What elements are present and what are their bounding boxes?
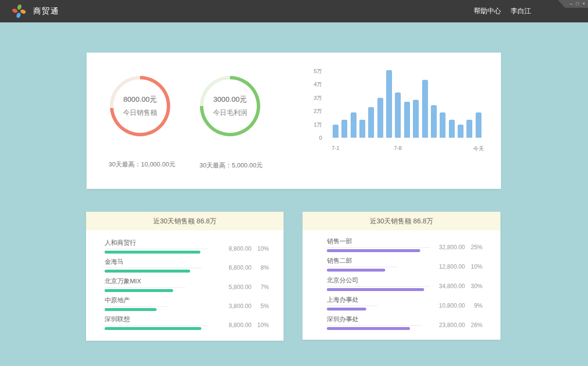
rank-row-divider [105,268,202,268]
rank-row-value: 12,800.0010% [425,263,482,271]
y-axis-tick-label: 0 [298,134,322,141]
x-axis-tick-label: 今天 [464,145,493,152]
rank-row-bar [105,251,200,254]
minimize-button[interactable]: – [570,0,573,8]
trend-bar [466,120,472,138]
rank-row-amount: 5,800.00 [212,283,251,291]
rank-row-divider [327,286,430,287]
y-axis-tick-label: 3万 [298,94,322,101]
rank-row: 深圳联想8,800.0010% [105,315,284,334]
rank-row-value: 32,800.0025% [425,243,482,251]
rank-row: 深圳办事处23,800.0026% [327,315,500,334]
rank-row-name: 金海马 [105,258,124,266]
trend-bar [395,92,401,138]
rank-row-value: 6,800.008% [212,264,269,272]
rank-row-value: 8,800.0010% [212,245,269,253]
window-controls: – □ × [558,0,588,8]
rank-row: 人和商贸行8,800.0010% [105,239,284,257]
rank-row-bar [327,288,424,291]
rank-row-amount: 32,800.00 [425,243,465,251]
y-axis-tick-label: 5万 [298,68,322,74]
rank-row-amount: 23,800.00 [425,321,465,329]
rank-row-percent: 9% [465,302,482,310]
rank-row-value: 3,800.005% [212,302,269,310]
rank-row-percent: 25% [465,243,482,251]
rank-row-value: 5,800.007% [212,283,269,291]
rank-row-percent: 7% [251,283,269,291]
rank-row-divider [327,325,422,326]
rank-row-bar [105,308,157,311]
rank-row-value: 8,800.0010% [212,321,269,329]
department-sales-rank-card: 近30天销售额 86.8万 销售一部32,800.0025%销售二部12,800… [303,212,500,340]
rank-row-amount: 3,800.00 [212,302,251,310]
rank-row-bar [327,269,385,272]
rank-row-name: 北京万象MIX [105,277,141,285]
y-axis-tick-label: 2万 [298,108,322,114]
rank-row-value: 10,800.009% [425,302,482,310]
rank-row-bar [327,308,366,311]
rank-row-amount: 6,800.00 [212,264,251,272]
rank-row-name: 人和商贸行 [105,239,136,247]
rank-row-amount: 8,800.00 [212,321,251,329]
y-axis-tick-label: 4万 [298,81,322,88]
app-window: 商贸通 帮助中心 李白江 – □ × 8000.00元 今日销售额 30天最高：… [0,0,588,366]
trend-bar [386,70,392,138]
y-axis-tick-label: 1万 [298,121,322,128]
rank-row-value: 34,800.0030% [425,282,482,290]
rank-row: 北京万象MIX5,800.007% [105,277,284,296]
trend-bar [440,112,445,138]
rank-row-bar [105,270,190,273]
sales-trend-chart: 01万2万3万4万5万7-17-8今天 [87,53,501,189]
trend-bar [431,105,437,138]
rank-row-divider [327,247,430,248]
trend-bar [341,120,347,138]
trend-bar [404,102,410,138]
rank-row-name: 深圳联想 [105,315,130,323]
rank-row: 金海马6,800.008% [105,258,284,276]
rank-row-bar [327,327,410,330]
rank-row-bar [105,289,173,292]
x-axis-tick-label: 7-8 [383,145,412,151]
rank-row-divider [327,267,397,267]
rank-row: 上海办事处10,800.009% [327,296,500,314]
close-button[interactable]: × [582,0,585,8]
rank-row-divider [105,249,208,249]
rank-row-amount: 8,800.00 [212,245,251,253]
rank-row-divider [105,306,169,307]
customer-rank-list: 人和商贸行8,800.0010%金海马6,800.008%北京万象MIX5,80… [86,230,284,341]
help-center-link[interactable]: 帮助中心 [474,7,501,16]
rank-row-percent: 10% [251,321,269,329]
username-link[interactable]: 李白江 [511,7,531,16]
trend-bar [333,125,339,138]
titlebar: 商贸通 帮助中心 李白江 – □ × [0,0,588,22]
x-axis-tick-label: 7-1 [321,145,350,151]
rank-row-percent: 10% [465,263,482,271]
rank-row-amount: 34,800.00 [425,282,465,290]
overview-card: 8000.00元 今日销售额 30天最高：10,000.00元 3000.00元… [87,53,501,189]
rank-row: 北京分公司34,800.0030% [327,276,500,295]
department-rank-title: 近30天销售额 86.8万 [303,212,500,230]
rank-row-name: 中原地产 [105,296,130,304]
trend-bar [458,125,463,138]
trend-bar [422,80,428,138]
trend-bar [449,120,455,138]
rank-row-percent: 5% [251,302,269,310]
rank-row-amount: 12,800.00 [425,263,465,271]
maximize-button[interactable]: □ [576,0,579,8]
topbar-menu: 帮助中心 李白江 [474,0,531,22]
rank-row-divider [327,306,378,306]
rank-row-name: 销售一部 [327,238,352,245]
rank-row-name: 销售二部 [327,257,352,265]
rank-row-percent: 8% [251,264,269,272]
trend-bar [351,112,356,138]
trend-bar [377,98,383,138]
rank-row-divider [105,325,208,326]
rank-row-amount: 10,800.00 [425,302,465,310]
trend-bar [359,120,365,138]
rank-row-percent: 26% [465,321,482,329]
trend-bar [368,107,374,138]
rank-row: 销售一部32,800.0025% [327,238,500,256]
rank-row: 销售二部12,800.0010% [327,257,500,275]
rank-row-value: 23,800.0026% [425,321,482,329]
rank-row-percent: 30% [465,282,482,290]
